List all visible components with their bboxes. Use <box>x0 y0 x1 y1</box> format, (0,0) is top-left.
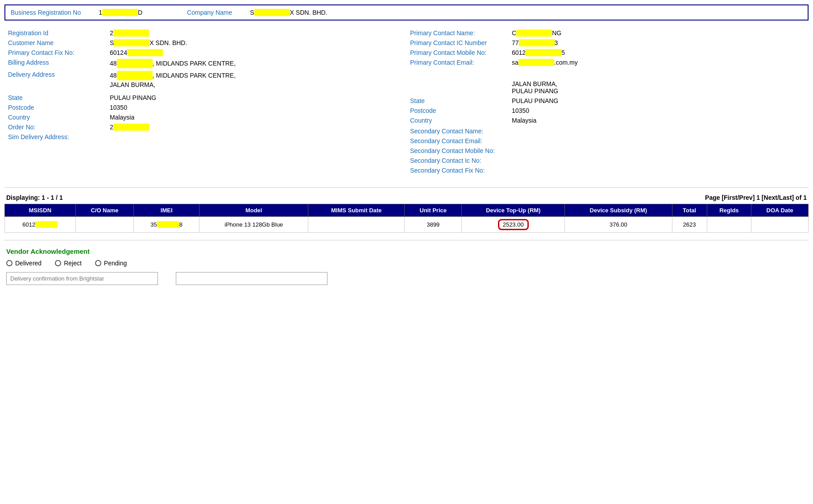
left-column: Registration Id 2 Customer Name S X SDN.… <box>4 28 406 178</box>
secondary-name-label: Secondary Contact Name: <box>410 128 508 135</box>
primary-email-value: sa .com.my <box>512 59 805 66</box>
secondary-input[interactable] <box>176 272 328 285</box>
primary-fix-row: Primary Contact Fix No: 60124 <box>8 49 403 56</box>
primary-fix-value: 60124 <box>110 49 403 56</box>
th-device-topup: Device Top-Up (RM) <box>462 204 565 217</box>
country-value-left: Malaysia <box>110 114 403 121</box>
country-label-right: Country <box>410 117 508 124</box>
radio-reject-label: Reject <box>64 260 82 267</box>
radio-delivered-label: Delivered <box>15 260 41 267</box>
secondary-mobile-row: Secondary Contact Mobile No: <box>410 147 805 154</box>
company-name-label: Company Name <box>187 9 232 16</box>
sim-delivery-label: Sim Delivery Address: <box>8 133 106 140</box>
th-regids: RegIds <box>707 204 751 217</box>
registration-id-label: Registration Id <box>8 29 106 37</box>
delivery-address-value: 48 , MIDLANDS PARK CENTRE, JALAN BURMA, <box>110 71 236 90</box>
vendor-section-divider <box>4 240 809 240</box>
state-label-left: State <box>8 94 106 101</box>
primary-ic-label: Primary Contact IC Number <box>410 39 508 46</box>
secondary-mobile-label: Secondary Contact Mobile No: <box>410 147 508 154</box>
sim-delivery-row: Sim Delivery Address: <box>8 133 403 140</box>
registration-id-row: Registration Id 2 <box>8 29 403 37</box>
th-msisdn: MSISDN <box>5 204 76 217</box>
th-model: Model <box>199 204 308 217</box>
th-mims-date: MIMS Submit Date <box>308 204 405 217</box>
registration-id-value: 2 <box>110 29 403 37</box>
delivery-address-row: Delivery Address 48 , MIDLANDS PARK CENT… <box>8 71 403 90</box>
postcode-label-right: Postcode <box>410 107 508 114</box>
delivery-extra-row: JALAN BURMA, PULAU PINANG <box>410 80 805 95</box>
primary-email-label: Primary Contact Email: <box>410 59 508 66</box>
cell-device-subsidy: 376.00 <box>565 217 672 233</box>
radio-reject-circle[interactable] <box>55 260 61 266</box>
th-doa-date: DOA Date <box>751 204 809 217</box>
th-imei: IMEI <box>134 204 199 217</box>
state-label-right: State <box>410 97 508 104</box>
secondary-ic-label: Secondary Contact Ic No: <box>410 157 508 164</box>
primary-mobile-row: Primary Contact Mobile No: 6012 5 <box>410 49 805 56</box>
state-row-left: State PULAU PINANG <box>8 94 403 101</box>
secondary-email-row: Secondary Contact Email: <box>410 137 805 145</box>
cell-doa-date <box>751 217 809 233</box>
primary-contact-name-row: Primary Contact Name: C NG <box>410 29 805 37</box>
postcode-value-left: 10350 <box>110 104 403 111</box>
primary-contact-name-value: C NG <box>512 29 805 37</box>
device-topup-value: 2523.00 <box>498 219 529 230</box>
info-section: Registration Id 2 Customer Name S X SDN.… <box>4 28 809 178</box>
cell-total: 2623 <box>672 217 707 233</box>
customer-name-value: S X SDN. BHD. <box>110 39 403 46</box>
section-divider <box>4 187 809 188</box>
data-table-wrapper: MSISDN C/O Name IMEI Model MIMS Submit D… <box>4 204 809 233</box>
page-nav: Page [First/Prev] 1 [Next/Last] of 1 <box>705 194 807 201</box>
order-no-label: Order No: <box>8 124 106 131</box>
top-box: Business Registration No 1 D Company Nam… <box>4 4 809 21</box>
secondary-ic-row: Secondary Contact Ic No: <box>410 157 805 164</box>
postcode-row-right: Postcode 10350 <box>410 107 805 114</box>
billing-address-label: Billing Address <box>8 59 106 66</box>
pagination-bar: Displaying: 1 - 1 / 1 Page [First/Prev] … <box>4 191 809 204</box>
data-table: MSISDN C/O Name IMEI Model MIMS Submit D… <box>4 204 809 233</box>
customer-name-label: Customer Name <box>8 39 106 46</box>
right-column: Primary Contact Name: C NG Primary Conta… <box>406 28 809 178</box>
radio-reject[interactable]: Reject <box>55 260 82 267</box>
th-co-name: C/O Name <box>75 204 134 217</box>
postcode-value-right: 10350 <box>512 107 805 114</box>
secondary-fix-row: Secondary Contact Fix No: <box>410 167 805 174</box>
primary-ic-row: Primary Contact IC Number 77 3 <box>410 39 805 46</box>
billing-address-row: Billing Address 48 , MIDLANDS PARK CENTR… <box>8 59 403 68</box>
delivery-extra-value: JALAN BURMA, PULAU PINANG <box>512 80 805 95</box>
vendor-section: Vendor Acknowledgement Delivered Reject … <box>4 244 809 289</box>
customer-name-row: Customer Name S X SDN. BHD. <box>8 39 403 46</box>
table-row: 6012 35 8 iPhone 13 128Gb Blue 3899 2523… <box>5 217 809 233</box>
delivery-address-label: Delivery Address <box>8 71 106 78</box>
cell-msisdn: 6012 <box>5 217 76 233</box>
cell-mims-date <box>308 217 405 233</box>
th-unit-price: Unit Price <box>404 204 461 217</box>
th-device-subsidy: Device Subsidy (RM) <box>565 204 672 217</box>
secondary-email-label: Secondary Contact Email: <box>410 137 508 145</box>
cell-co-name <box>75 217 134 233</box>
order-no-value: 2 <box>110 124 403 131</box>
secondary-name-row: Secondary Contact Name: <box>410 128 805 135</box>
state-value-right: PULAU PINANG <box>512 97 805 104</box>
billing-address-value: 48 , MIDLANDS PARK CENTRE, <box>110 59 236 68</box>
radio-pending-label: Pending <box>104 260 127 267</box>
primary-contact-name-label: Primary Contact Name: <box>410 29 508 37</box>
country-value-right: Malaysia <box>512 117 805 124</box>
country-row-right: Country Malaysia <box>410 117 805 124</box>
radio-delivered[interactable]: Delivered <box>6 260 41 267</box>
cell-regids <box>707 217 751 233</box>
radio-pending[interactable]: Pending <box>95 260 127 267</box>
cell-device-topup: 2523.00 <box>462 217 565 233</box>
table-header-row: MSISDN C/O Name IMEI Model MIMS Submit D… <box>5 204 809 217</box>
secondary-fix-label: Secondary Contact Fix No: <box>410 167 508 174</box>
business-reg-value: 1 D <box>99 9 142 16</box>
radio-row: Delivered Reject Pending <box>6 260 807 267</box>
radio-pending-circle[interactable] <box>95 260 101 266</box>
displaying-text: Displaying: 1 - 1 / 1 <box>6 194 63 201</box>
primary-email-row: Primary Contact Email: sa .com.my <box>410 59 805 66</box>
vendor-title: Vendor Acknowledgement <box>6 248 807 255</box>
delivery-confirmation-input[interactable] <box>6 272 158 285</box>
primary-fix-label: Primary Contact Fix No: <box>8 49 106 56</box>
radio-delivered-circle[interactable] <box>6 260 12 266</box>
